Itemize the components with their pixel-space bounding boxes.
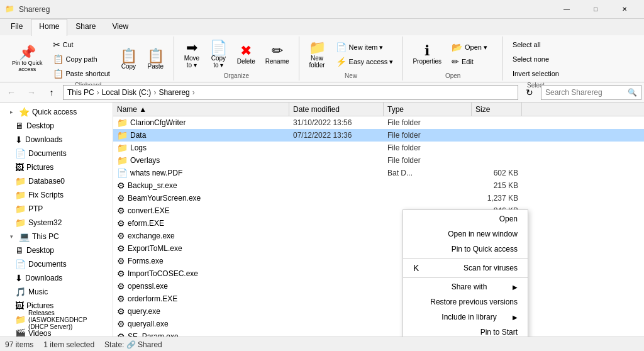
edit-button[interactable]: ✏ Edit xyxy=(447,55,497,69)
ctx-item[interactable]: Pin to Start xyxy=(403,325,528,337)
ctx-item[interactable]: KScan for viruses xyxy=(403,260,528,276)
paste-button[interactable]: 📋 Paste xyxy=(143,43,169,75)
new-item-button[interactable]: 📄 New item ▾ xyxy=(331,40,398,54)
file-row[interactable]: 📁 Logs File folder xyxy=(113,142,644,154)
file-icon: 📁 xyxy=(117,130,128,140)
search-box[interactable]: 🔍 xyxy=(541,85,641,100)
sidebar-item-quickaccess[interactable]: ▸ ⭐ Quick access xyxy=(0,105,113,119)
sidebar-item-releases[interactable]: 📁 Releases (IASWOKENGDHCP (DHCP Server)) xyxy=(0,313,113,326)
file-row[interactable]: ⚙ convert.EXE 846 KB xyxy=(113,204,644,217)
ctx-item[interactable]: Share with▶ xyxy=(403,279,528,294)
col-header-size[interactable]: Size xyxy=(472,103,522,116)
ctx-item[interactable]: Restore previous versions xyxy=(403,294,528,309)
close-button[interactable]: ✕ xyxy=(610,0,639,19)
file-row[interactable]: 📄 whats new.PDF Bat D... 602 KB xyxy=(113,167,644,179)
open-button[interactable]: 📂 Open ▾ xyxy=(447,40,497,54)
col-header-date[interactable]: Date modified xyxy=(289,103,384,116)
sidebar-item-documents2[interactable]: 📄 Documents xyxy=(0,257,113,271)
file-row[interactable]: ⚙ ExportToML.exe 120 KB xyxy=(113,242,644,255)
new-item-icon: 📄 xyxy=(336,43,347,52)
file-row[interactable]: ⚙ Backup_sr.exe 215 KB xyxy=(113,179,644,192)
file-name: Overlays xyxy=(130,156,160,165)
sidebar-item-desktop2[interactable]: 🖥 Desktop xyxy=(0,243,113,257)
file-row[interactable]: ⚙ BeamYourScreen.exe 1,237 KB xyxy=(113,192,644,204)
file-type xyxy=(384,198,472,199)
sidebar-item-database0[interactable]: 📁 Database0 xyxy=(0,174,113,188)
back-button[interactable]: ← xyxy=(3,84,20,101)
ctx-item[interactable]: Pin to Quick access xyxy=(403,242,528,257)
copy-to-button[interactable]: 📄 Copyto ▾ xyxy=(206,38,231,71)
path-sep-3: › xyxy=(192,88,195,97)
cut-button[interactable]: ✂ Cut xyxy=(48,38,114,52)
file-row[interactable]: ⚙ ImportToCOSEC.exe 665 KB xyxy=(113,267,644,280)
file-row[interactable]: ⚙ orderform.EXE 290 KB xyxy=(113,292,644,305)
tab-home[interactable]: Home xyxy=(31,19,67,36)
move-to-button[interactable]: ➡ Moveto ▾ xyxy=(179,38,204,71)
file-name: query.exe xyxy=(128,307,160,316)
file-row[interactable]: ⚙ queryall.exe 76 KB xyxy=(113,318,644,330)
tab-share[interactable]: Share xyxy=(67,19,104,35)
file-name: whats new.PDF xyxy=(130,169,182,177)
move-icon: ➡ xyxy=(186,41,197,55)
file-row[interactable]: 📁 Data 07/12/2022 13:36 File folder xyxy=(113,129,644,142)
file-row[interactable]: ⚙ exchange.exe 1,193 KB xyxy=(113,230,644,242)
properties-button[interactable]: ℹ Properties xyxy=(408,38,446,71)
new-folder-button[interactable]: 📁 Newfolder xyxy=(304,38,330,71)
tab-view[interactable]: View xyxy=(104,19,136,35)
file-row[interactable]: ⚙ query.exe 70 KB xyxy=(113,305,644,318)
col-header-type[interactable]: Type xyxy=(384,103,472,116)
move-label: Moveto ▾ xyxy=(184,55,199,69)
sidebar-item-system32[interactable]: 📁 System32 xyxy=(0,216,113,230)
organize-label: Organize xyxy=(223,71,249,79)
select-none-button[interactable]: Select none xyxy=(508,52,564,66)
search-input[interactable] xyxy=(545,88,625,97)
address-path[interactable]: This PC › Local Disk (C:) › Sharereg › xyxy=(63,85,518,100)
file-date xyxy=(289,336,384,337)
invert-selection-button[interactable]: Invert selection xyxy=(508,67,564,81)
minimize-button[interactable]: — xyxy=(552,0,581,19)
copy-button[interactable]: 📋 Copy xyxy=(116,43,142,75)
sidebar-item-ptp[interactable]: 📁 PTP xyxy=(0,202,113,216)
forward-button[interactable]: → xyxy=(23,84,40,101)
file-row[interactable]: 📁 ClarionCfgWriter 31/10/2022 13:56 File… xyxy=(113,116,644,129)
file-size: 602 KB xyxy=(472,168,522,178)
paste-shortcut-button[interactable]: 📋 Paste shortcut xyxy=(48,67,114,81)
ctx-item[interactable]: Open in new window xyxy=(403,226,528,242)
copy-path-label: Copy path xyxy=(66,55,97,63)
file-name: ClarionCfgWriter xyxy=(130,118,186,127)
sidebar-item-downloads2[interactable]: ⬇ Downloads xyxy=(0,271,113,285)
select-all-button[interactable]: Select all xyxy=(508,38,564,52)
maximize-button[interactable]: □ xyxy=(581,0,610,19)
up-button[interactable]: ↑ xyxy=(43,84,60,101)
file-row[interactable]: ⚙ Forms.exe 763 KB xyxy=(113,255,644,267)
delete-icon: ✖ xyxy=(240,44,252,58)
pin-button[interactable]: 📌 Pin to Quickaccess xyxy=(8,43,47,75)
easy-access-button[interactable]: ⚡ Easy access ▾ xyxy=(331,55,398,69)
sidebar-item-downloads1[interactable]: ⬇ Downloads xyxy=(0,133,113,147)
file-row[interactable]: ⚙ eform.EXE 1,292 KB xyxy=(113,217,644,230)
address-bar: ← → ↑ This PC › Local Disk (C:) › Sharer… xyxy=(0,82,644,103)
sidebar-item-pictures1[interactable]: 🖼 Pictures xyxy=(0,160,113,174)
refresh-button[interactable]: ↻ xyxy=(521,84,538,101)
select-buttons: Select all Select none Invert selection xyxy=(508,38,564,81)
sidebar-item-fixscripts[interactable]: 📁 Fix Scripts xyxy=(0,188,113,202)
sidebar-item-documents1[interactable]: 📄 Documents xyxy=(0,147,113,160)
ctx-item[interactable]: Include in library▶ xyxy=(403,309,528,325)
sidebar-item-desktop1[interactable]: 🖥 Desktop xyxy=(0,119,113,133)
paste-shortcut-label: Paste shortcut xyxy=(66,70,110,77)
file-name: Logs xyxy=(130,143,147,152)
sidebar-item-thispc[interactable]: ▾ 💻 This PC xyxy=(0,230,113,243)
tab-file[interactable]: File xyxy=(3,19,31,35)
sidebar-item-music[interactable]: 🎵 Music xyxy=(0,285,113,299)
file-row[interactable]: ⚙ openssl.exe 482 KB xyxy=(113,280,644,292)
col-header-name[interactable]: Name ▲ xyxy=(113,103,289,116)
file-type xyxy=(384,185,472,186)
rename-button[interactable]: ✏ Rename xyxy=(261,38,294,71)
delete-button[interactable]: ✖ Delete xyxy=(233,38,260,71)
ctx-item[interactable]: Open xyxy=(403,211,528,226)
file-row[interactable]: 📁 Overlays File folder xyxy=(113,154,644,167)
file-row[interactable]: ⚙ SE_Param.exe 91 KB xyxy=(113,330,644,337)
search-icon: 🔍 xyxy=(628,88,637,97)
file-date xyxy=(289,260,384,262)
copy-path-button[interactable]: 📋 Copy path xyxy=(48,52,114,66)
